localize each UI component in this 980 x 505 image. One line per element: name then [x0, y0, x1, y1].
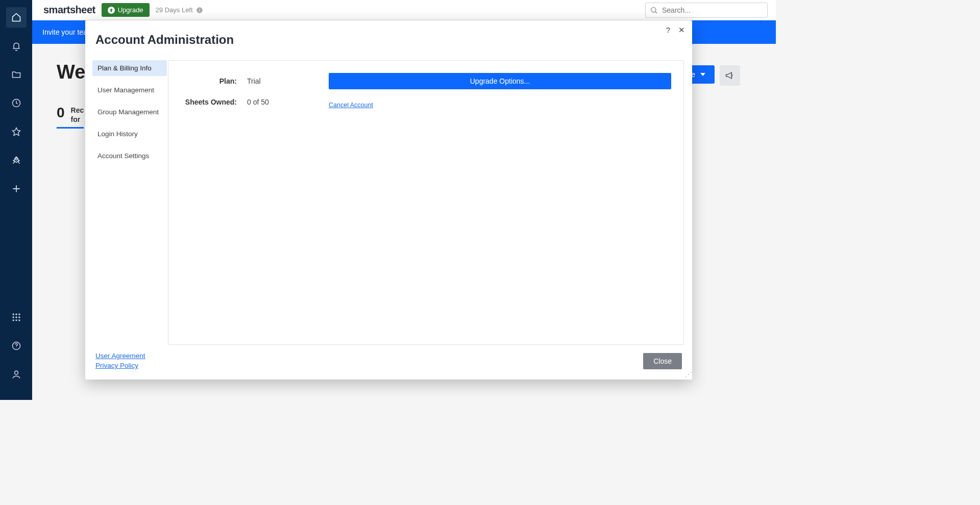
account-admin-dialog: Account Administration ? ✕ Plan & Billin… [85, 20, 692, 380]
workapps-icon[interactable] [6, 150, 27, 170]
recents-icon[interactable] [6, 93, 27, 113]
privacy-policy-link[interactable]: Privacy Policy [95, 362, 145, 369]
app-launcher-icon[interactable] [6, 307, 27, 327]
info-icon[interactable] [196, 7, 203, 14]
folder-icon[interactable] [6, 64, 27, 85]
svg-point-4 [18, 314, 20, 315]
svg-point-6 [15, 316, 17, 318]
dialog-help-icon[interactable]: ? [664, 26, 673, 35]
sheets-owned-value: 0 of 50 [247, 98, 318, 106]
notifications-icon[interactable] [6, 36, 27, 56]
cancel-account-link[interactable]: Cancel Account [329, 102, 671, 109]
days-left-text: 29 Days Left [156, 6, 193, 14]
svg-point-3 [15, 314, 17, 315]
sidebar-item-plan-billing[interactable]: Plan & Billing Info [92, 60, 167, 76]
svg-rect-15 [199, 9, 200, 11]
close-button[interactable]: Close [643, 353, 682, 369]
svg-point-7 [18, 316, 20, 318]
account-icon[interactable] [6, 364, 27, 385]
svg-point-9 [15, 319, 17, 321]
dialog-content-panel: Plan: Trial Upgrade Options... Sheets Ow… [168, 60, 684, 345]
user-agreement-link[interactable]: User Agreement [95, 352, 145, 360]
home-icon[interactable] [6, 7, 27, 28]
trial-days-left: 29 Days Left [156, 6, 203, 14]
tab-label: Recfor [71, 106, 84, 124]
app-logo: smartsheet [43, 4, 95, 16]
upgrade-button[interactable]: Upgrade [102, 3, 150, 17]
plan-value: Trial [247, 77, 318, 85]
search-icon [650, 6, 658, 14]
help-icon[interactable] [6, 336, 27, 356]
dialog-body: Plan & Billing Info User Management Grou… [85, 51, 692, 345]
dialog-header: Account Administration ? ✕ [85, 20, 692, 51]
favorites-icon[interactable] [6, 121, 27, 142]
dialog-title: Account Administration [95, 33, 682, 47]
chevron-down-icon [700, 72, 705, 77]
svg-point-8 [12, 319, 14, 321]
dialog-close-icon[interactable]: ✕ [677, 26, 686, 35]
dialog-controls: ? ✕ [664, 26, 686, 35]
sidebar-item-login-history[interactable]: Login History [92, 126, 167, 142]
sidebar-item-group-management[interactable]: Group Management [92, 104, 167, 120]
footer-links: User Agreement Privacy Policy [95, 352, 145, 369]
megaphone-icon [725, 70, 735, 81]
left-navigation-rail [0, 0, 32, 400]
dialog-footer: User Agreement Privacy Policy Close [85, 345, 692, 380]
announcements-button[interactable] [720, 65, 740, 86]
dialog-sidebar: Plan & Billing Info User Management Grou… [85, 60, 167, 345]
sidebar-item-user-management[interactable]: User Management [92, 82, 167, 98]
upgrade-button-label: Upgrade [118, 6, 143, 14]
upgrade-options-button[interactable]: Upgrade Options... [329, 73, 671, 89]
svg-rect-16 [199, 8, 200, 9]
resize-handle-icon[interactable]: ⋰ [685, 372, 691, 378]
tab-requests[interactable]: 0 Recfor [57, 106, 84, 129]
sheets-owned-label: Sheets Owned: [181, 98, 237, 106]
invite-team-text: Invite your tea [42, 28, 87, 36]
search-input[interactable] [662, 6, 763, 14]
top-bar: smartsheet Upgrade 29 Days Left [32, 0, 776, 20]
upgrade-arrow-icon [108, 7, 115, 14]
svg-point-5 [12, 316, 14, 318]
svg-point-10 [18, 319, 20, 321]
plan-label: Plan: [181, 77, 237, 85]
svg-point-12 [14, 371, 18, 374]
svg-point-17 [651, 7, 656, 12]
create-icon[interactable] [6, 179, 27, 199]
sidebar-item-account-settings[interactable]: Account Settings [92, 148, 167, 164]
svg-point-2 [12, 314, 14, 315]
global-search[interactable] [645, 3, 768, 18]
tab-count: 0 [57, 106, 65, 120]
